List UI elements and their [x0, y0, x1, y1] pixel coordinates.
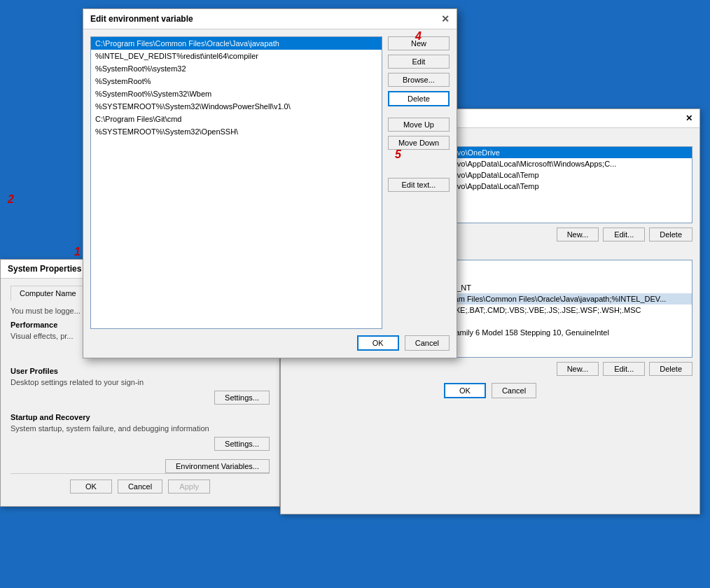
- edit-env-title: Edit environment variable: [90, 14, 193, 24]
- user-profiles-section: User Profiles Desktop settings related t…: [11, 367, 270, 405]
- edit-env-ok-button[interactable]: OK: [357, 335, 399, 351]
- env-vars-cancel-button[interactable]: Cancel: [492, 383, 536, 398]
- sys-var-value: Intel64 Family 6 Model 158 Stepping 10, …: [422, 327, 692, 338]
- edit-text-button[interactable]: Edit text...: [388, 178, 450, 192]
- env-vars-ok-button[interactable]: OK: [444, 383, 486, 398]
- user-edit-button[interactable]: Edit...: [603, 227, 645, 241]
- sys-props-ok-button[interactable]: OK: [70, 479, 112, 493]
- user-profiles-desc: Desktop settings related to your sign-in: [11, 378, 270, 386]
- sys-var-value: 6: [422, 271, 692, 282]
- user-profiles-title: User Profiles: [11, 367, 270, 375]
- env-vars-footer: OK Cancel: [288, 383, 692, 398]
- sys-var-value: .COM;.EXE;.BAT;.CMD;.VBS;.VBE;.JS;.JSE;.…: [422, 304, 692, 316]
- path-item-5[interactable]: %SYSTEMROOT%\System32\WindowsPowerShell\…: [91, 100, 382, 113]
- environment-variables-button[interactable]: Environment Variables...: [165, 459, 270, 473]
- delete-button[interactable]: Delete: [388, 91, 450, 106]
- badge-2: 2: [8, 193, 14, 206]
- path-item-3[interactable]: %SystemRoot%: [91, 75, 382, 88]
- edit-environment-variable-window: Edit environment variable ✕ 4 C:\Program…: [83, 8, 457, 358]
- env-vars-close-button[interactable]: ✕: [685, 113, 692, 123]
- path-list: C:\Program Files\Common Files\Oracle\Jav…: [90, 36, 382, 329]
- path-item-7[interactable]: %SYSTEMROOT%\System32\OpenSSH\: [91, 125, 382, 138]
- sys-props-cancel-button[interactable]: Cancel: [118, 479, 162, 493]
- edit-env-cancel-button[interactable]: Cancel: [405, 335, 450, 351]
- badge-4: 4: [415, 30, 422, 43]
- browse-button[interactable]: Browse...: [388, 73, 450, 87]
- sys-var-value: C:\Program Files\Common Files\Oracle\Jav…: [422, 293, 692, 304]
- path-item-0[interactable]: C:\Program Files\Common Files\Oracle\Jav…: [91, 37, 382, 50]
- badge-5: 5: [395, 148, 457, 161]
- move-up-button[interactable]: Move Up: [388, 118, 450, 132]
- edit-env-titlebar: Edit environment variable ✕: [83, 9, 457, 29]
- sys-delete-button[interactable]: Delete: [649, 362, 692, 376]
- tab-computer-name[interactable]: Computer Name: [11, 286, 85, 301]
- badge-1: 1: [74, 246, 81, 258]
- startup-recovery-section: Startup and Recovery System startup, sys…: [11, 413, 270, 451]
- edit-env-footer: OK Cancel: [357, 335, 450, 351]
- move-down-button[interactable]: Move Down: [388, 136, 450, 150]
- path-item-4[interactable]: %SystemRoot%\System32\Wbem: [91, 88, 382, 100]
- sys-edit-button[interactable]: Edit...: [603, 362, 645, 376]
- startup-recovery-title: Startup and Recovery: [11, 413, 270, 421]
- edit-env-buttons: New Edit Browse... Delete Move Up Move D…: [388, 36, 450, 329]
- startup-settings-button[interactable]: Settings...: [214, 437, 270, 451]
- path-item-2[interactable]: %SystemRoot%\system32: [91, 62, 382, 75]
- user-new-button[interactable]: New...: [557, 227, 599, 241]
- path-item-1[interactable]: %INTEL_DEV_REDIST%redist\intel64\compile…: [91, 50, 382, 62]
- edit-button[interactable]: Edit: [388, 55, 450, 69]
- path-item-6[interactable]: C:\Program Files\Git\cmd: [91, 113, 382, 125]
- sys-var-value: Windows_NT: [422, 282, 692, 293]
- sys-vars-buttons: New... Edit... Delete: [288, 362, 692, 376]
- startup-recovery-desc: System startup, system failure, and debu…: [11, 424, 270, 433]
- user-profiles-settings-button[interactable]: Settings...: [214, 391, 270, 405]
- sys-new-button[interactable]: New...: [557, 362, 599, 376]
- user-delete-button[interactable]: Delete: [649, 227, 692, 241]
- edit-env-close-button[interactable]: ✕: [441, 13, 450, 24]
- sys-var-value: AMD64: [422, 316, 692, 327]
- system-properties-title: System Properties: [8, 264, 81, 274]
- sys-props-apply-button[interactable]: Apply: [168, 479, 210, 493]
